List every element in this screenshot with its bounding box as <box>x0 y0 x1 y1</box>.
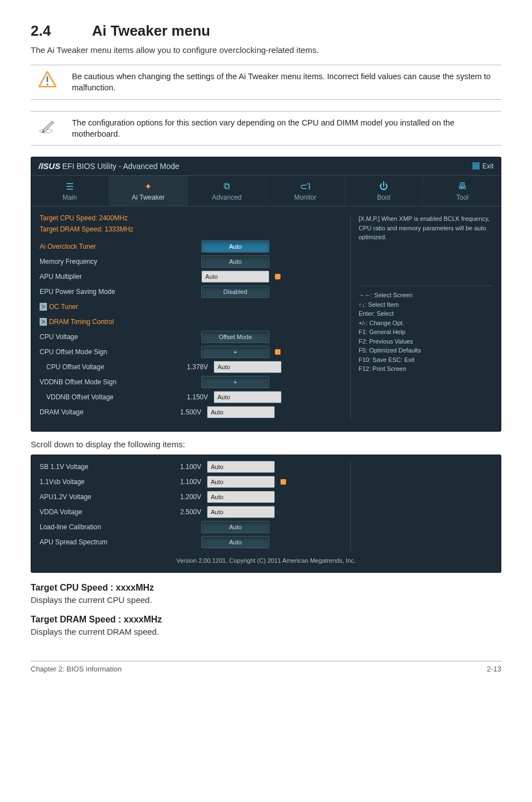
tab-label: Ai Tweaker <box>112 194 185 201</box>
row-memory-frequency[interactable]: Memory Frequency Auto <box>40 255 342 268</box>
chip-icon: ⧉ <box>190 181 264 191</box>
row-cpu-offset-mode-sign[interactable]: CPU Offset Mode Sign + <box>40 345 342 359</box>
row-vdda-voltage[interactable]: VDDA Voltage 2.500V Auto <box>40 505 342 519</box>
setting-label: SB 1.1V Voltage <box>40 463 162 471</box>
tab-advanced[interactable]: ⧉ Advanced <box>188 176 267 206</box>
row-apu1-2v-voltage[interactable]: APU1.2V Voltage 1.200V Auto <box>40 490 342 504</box>
row-vddnb-offset-mode-sign[interactable]: VDDNB Offset Mode Sign + <box>40 375 342 389</box>
scroll-instruction: Scroll down to display the following ite… <box>31 439 501 449</box>
tab-main[interactable]: ☰ Main <box>31 176 109 206</box>
setting-label: Memory Frequency <box>40 258 162 265</box>
dropdown-value[interactable]: Auto <box>201 255 269 268</box>
chevron-right-icon: > <box>40 303 47 311</box>
tool-icon: 🖶 <box>425 181 499 191</box>
setting-label: EPU Power Saving Mode <box>40 288 162 296</box>
footer-chapter: Chapter 2: BIOS information <box>31 665 122 673</box>
section-title-text: Ai Tweaker menu <box>92 22 210 39</box>
target-cpu-heading: Target CPU Speed : xxxxMHz <box>31 583 501 593</box>
setting-label: >DRAM Timing Control <box>40 318 162 326</box>
warning-icon <box>31 71 64 88</box>
tab-label: Main <box>33 194 107 201</box>
row-oc-tuner[interactable]: >OC Tuner <box>40 300 342 313</box>
row-dram-voltage[interactable]: DRAM Voltage 1.500V Auto <box>40 405 342 419</box>
power-icon: ⏻ <box>347 181 420 191</box>
target-cpu-speed: Target CPU Speed: 2400MHz <box>40 214 342 222</box>
edit-value[interactable]: Auto <box>214 361 282 373</box>
gear-icon: ✦ <box>112 181 185 191</box>
help-description: [X.M.P.] When XMP is enabled BCLK freque… <box>359 214 492 281</box>
target-dram-desc: Displays the current DRAM speed. <box>31 627 501 636</box>
footer-page-number: 2-13 <box>487 665 501 673</box>
row-dram-timing-control[interactable]: >DRAM Timing Control <box>40 315 342 328</box>
setting-label: VDDA Voltage <box>40 508 162 516</box>
bios-screenshot-scrolled: SB 1.1V Voltage 1.100V Auto 1.1Vsb Volta… <box>31 455 501 573</box>
bios-title: EFI BIOS Utility - Advanced Mode <box>62 162 180 171</box>
dropdown-value[interactable]: + <box>201 346 269 358</box>
bios-settings-panel: SB 1.1V Voltage 1.100V Auto 1.1Vsb Volta… <box>40 460 342 550</box>
svg-point-1 <box>47 84 49 85</box>
row-epu-power-saving[interactable]: EPU Power Saving Mode Disabled <box>40 285 342 298</box>
setting-label: CPU Offset Voltage <box>40 363 169 371</box>
readout-value: 1.100V <box>162 463 207 471</box>
bios-logo-title: /ISUS EFI BIOS Utility - Advanced Mode <box>38 161 180 171</box>
edit-value[interactable]: Auto <box>207 461 275 473</box>
edit-value[interactable]: Auto <box>201 270 269 283</box>
tab-label: Monitor <box>268 194 342 201</box>
page-footer: Chapter 2: BIOS information 2-13 <box>31 661 501 673</box>
scroll-thumb-icon[interactable] <box>275 349 280 355</box>
edit-value[interactable]: Auto <box>207 506 275 518</box>
scroll-thumb-icon[interactable] <box>275 274 280 279</box>
row-load-line-calibration[interactable]: Load-line Calibration Auto <box>40 520 342 534</box>
edit-value[interactable]: Auto <box>207 491 275 503</box>
readout-value: 1.378V <box>169 363 214 371</box>
readout-value: 2.500V <box>162 508 207 516</box>
warning-text: Be cautious when changing the settings o… <box>64 71 501 94</box>
target-cpu-desc: Displays the current CPU speed. <box>31 595 501 605</box>
row-1-1vsb-voltage[interactable]: 1.1Vsb Voltage 1.100V Auto <box>40 475 342 489</box>
row-apu-multiplier[interactable]: APU Multiplier Auto <box>40 270 342 283</box>
setting-label: APU Multiplier <box>40 273 162 281</box>
chevron-right-icon: > <box>40 318 47 326</box>
row-apu-spread-spectrum[interactable]: APU Spread Spectrum Auto <box>40 535 342 549</box>
row-cpu-offset-voltage[interactable]: CPU Offset Voltage 1.378V Auto <box>40 360 342 374</box>
dropdown-value[interactable]: Offset Mode <box>201 331 269 343</box>
row-sb-1-1v-voltage[interactable]: SB 1.1V Voltage 1.100V Auto <box>40 460 342 474</box>
row-vddnb-offset-voltage[interactable]: VDDNB Offset Voltage 1.150V Auto <box>40 390 342 404</box>
edit-value[interactable]: Auto <box>214 391 282 403</box>
setting-label: Ai Overclock Tuner <box>40 243 162 250</box>
edit-value[interactable]: Auto <box>207 406 275 418</box>
bios-help-panel: [X.M.P.] When XMP is enabled BCLK freque… <box>350 214 492 421</box>
readout-value: 1.500V <box>162 408 207 416</box>
setting-label: Load-line Calibration <box>40 523 162 531</box>
setting-label: APU1.2V Voltage <box>40 493 162 501</box>
tab-label: Tool <box>425 194 499 201</box>
setting-label: VDDNB Offset Mode Sign <box>40 378 162 386</box>
bios-screenshot-main: /ISUS EFI BIOS Utility - Advanced Mode E… <box>31 157 501 432</box>
exit-button[interactable]: Exit <box>472 162 494 170</box>
list-icon: ☰ <box>33 181 107 191</box>
setting-label: VDDNB Offset Voltage <box>40 393 169 401</box>
tab-label: Boot <box>347 194 420 201</box>
dropdown-value[interactable]: Disabled <box>201 286 269 298</box>
bios-settings-panel: Target CPU Speed: 2400MHz Target DRAM Sp… <box>40 214 342 421</box>
pen-icon <box>31 117 64 134</box>
row-cpu-voltage[interactable]: CPU Voltage Offset Mode <box>40 330 342 344</box>
scroll-thumb-icon[interactable] <box>280 479 286 485</box>
info-note: The configuration options for this secti… <box>31 111 501 146</box>
readout-value: 1.200V <box>162 493 207 501</box>
tab-ai-tweaker[interactable]: ✦ Ai Tweaker <box>109 176 188 206</box>
target-dram-speed: Target DRAM Speed: 1333MHz <box>40 225 342 233</box>
tab-boot[interactable]: ⏻ Boot <box>345 176 423 206</box>
bios-logo: /ISUS <box>38 161 60 171</box>
dropdown-value[interactable]: Auto <box>201 240 269 253</box>
dropdown-value[interactable]: Auto <box>201 521 269 533</box>
dropdown-value[interactable]: Auto <box>201 536 269 548</box>
tab-tool[interactable]: 🖶 Tool <box>423 176 501 206</box>
dropdown-value[interactable]: + <box>201 376 269 388</box>
setting-label: CPU Voltage <box>40 333 162 341</box>
tab-monitor[interactable]: ⊂Ί Monitor <box>266 176 345 206</box>
setting-label: CPU Offset Mode Sign <box>40 348 162 356</box>
setting-label: >OC Tuner <box>40 303 162 311</box>
row-ai-overclock-tuner[interactable]: Ai Overclock Tuner Auto <box>40 240 342 253</box>
edit-value[interactable]: Auto <box>207 476 275 488</box>
